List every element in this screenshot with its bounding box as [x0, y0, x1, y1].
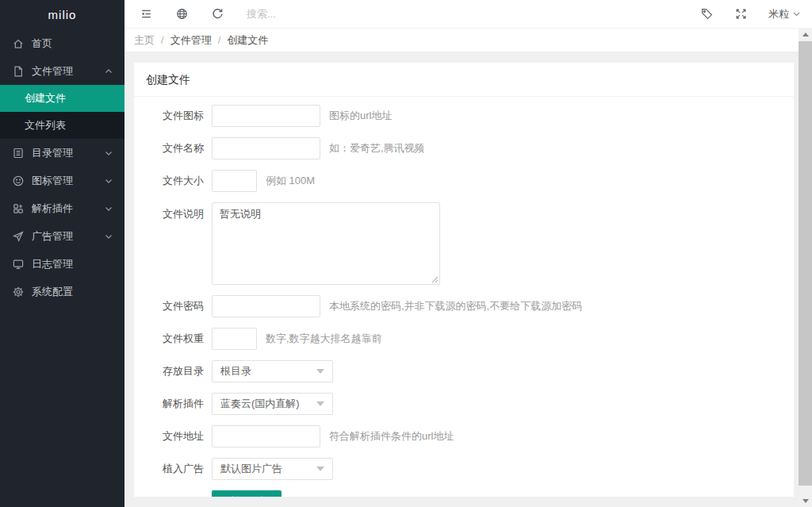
- file-icon-input[interactable]: [212, 105, 320, 127]
- breadcrumb: 主页 / 文件管理 / 创建文件: [124, 29, 799, 52]
- scrollbar-thumb[interactable]: [799, 41, 812, 486]
- directory-select[interactable]: 根目录: [212, 360, 333, 382]
- ad-row: 植入广告 默认图片广告: [134, 458, 794, 480]
- file-desc-row: 文件说明 暂无说明: [134, 202, 794, 285]
- directory-row: 存放目录 根目录: [134, 360, 794, 382]
- file-size-label: 文件大小: [134, 174, 204, 188]
- submit-row: 确认保存: [134, 490, 794, 497]
- file-weight-input[interactable]: [212, 328, 257, 350]
- plugin-select[interactable]: 蓝奏云(国内直解): [212, 393, 333, 415]
- file-desc-label: 文件说明: [134, 202, 204, 221]
- topbar-right: 米粒: [680, 7, 801, 21]
- sidebar: milio 首页 文件管理 创建文件 文件列表: [0, 0, 124, 507]
- file-password-input[interactable]: [212, 295, 320, 317]
- plugin-label: 解析插件: [134, 397, 204, 411]
- file-name-hint: 如：爱奇艺,腾讯视频: [329, 141, 425, 156]
- sidebar-item-label: 文件管理: [32, 64, 73, 79]
- scrollbar-up-button[interactable]: [799, 29, 812, 40]
- smiley-icon: [12, 175, 25, 187]
- scrollbar-down-button[interactable]: [799, 495, 812, 507]
- chevron-down-icon: [104, 204, 113, 213]
- sidebar-item-log-management[interactable]: 日志管理: [0, 250, 124, 278]
- sidebar-item-label: 图标管理: [32, 174, 73, 188]
- create-file-card: 创建文件 文件图标 图标的url地址 文件名称 如：爱奇艺,腾讯视频 文件大小 …: [134, 63, 794, 497]
- file-password-label: 文件密码: [134, 299, 204, 313]
- directory-label: 存放目录: [134, 364, 204, 378]
- sidebar-item-file-list[interactable]: 文件列表: [0, 112, 124, 139]
- fullscreen-icon[interactable]: [734, 7, 748, 21]
- plugin-row: 解析插件 蓝奏云(国内直解): [134, 393, 794, 415]
- breadcrumb-separator: /: [161, 34, 164, 46]
- file-url-label: 文件地址: [134, 429, 204, 444]
- ad-label: 植入广告: [134, 462, 204, 476]
- scrollbar-track[interactable]: [799, 29, 812, 507]
- chevron-down-icon: [792, 10, 801, 18]
- sidebar-item-label: 系统配置: [32, 285, 73, 299]
- main-area: 米粒 主页 / 文件管理 / 创建文件 创建文件 文件图标 图标的url地址: [124, 0, 812, 507]
- user-menu[interactable]: 米粒: [768, 7, 801, 21]
- file-icon-label: 文件图标: [134, 109, 204, 123]
- tag-icon[interactable]: [700, 7, 714, 21]
- sidebar-item-directory-management[interactable]: 目录管理: [0, 139, 124, 167]
- plugin-icon: [12, 202, 25, 215]
- sidebar-item-label: 文件列表: [25, 119, 66, 131]
- file-icon: [12, 65, 25, 78]
- sidebar-item-ad-management[interactable]: 广告管理: [0, 222, 124, 250]
- file-desc-textarea[interactable]: 暂无说明: [212, 202, 440, 285]
- list-icon: [12, 147, 25, 159]
- chevron-down-icon: [316, 467, 324, 471]
- sidebar-item-create-file[interactable]: 创建文件: [0, 85, 124, 112]
- file-weight-row: 文件权重 数字,数字越大排名越靠前: [134, 328, 794, 350]
- breadcrumb-file-management[interactable]: 文件管理: [170, 33, 212, 48]
- chevron-down-icon: [316, 401, 324, 406]
- create-file-form: 文件图标 图标的url地址 文件名称 如：爱奇艺,腾讯视频 文件大小 例如 10…: [134, 97, 794, 497]
- content-area: 主页 / 文件管理 / 创建文件 创建文件 文件图标 图标的url地址 文件名称…: [124, 29, 812, 507]
- file-size-hint: 例如 100M: [266, 174, 315, 188]
- username: 米粒: [768, 7, 789, 21]
- topbar: 米粒: [124, 0, 812, 29]
- send-icon: [12, 230, 25, 243]
- app-logo: milio: [0, 0, 124, 29]
- sidebar-item-label: 日志管理: [32, 257, 73, 271]
- file-icon-hint: 图标的url地址: [329, 109, 392, 123]
- sidebar-item-label: 创建文件: [25, 92, 66, 104]
- search-input[interactable]: [247, 8, 366, 20]
- file-password-row: 文件密码 本地系统的密码,并非下载源的密码,不要给下载源加密码: [134, 295, 794, 317]
- ad-select[interactable]: 默认图片广告: [212, 458, 333, 480]
- sidebar-item-system-config[interactable]: 系统配置: [0, 278, 124, 305]
- file-weight-hint: 数字,数字越大排名越靠前: [266, 332, 382, 346]
- sidebar-item-home[interactable]: 首页: [0, 29, 124, 57]
- sidebar-item-label: 首页: [32, 36, 52, 51]
- monitor-icon: [12, 258, 25, 271]
- file-url-input[interactable]: [212, 425, 320, 447]
- sidebar-item-label: 广告管理: [32, 229, 73, 244]
- file-name-label: 文件名称: [134, 141, 204, 156]
- collapse-menu-icon[interactable]: [140, 7, 153, 21]
- sidebar-menu: 首页 文件管理 创建文件 文件列表 目录管理: [0, 29, 124, 305]
- file-icon-row: 文件图标 图标的url地址: [134, 105, 794, 127]
- file-name-row: 文件名称 如：爱奇艺,腾讯视频: [134, 137, 794, 159]
- sidebar-item-file-management[interactable]: 文件管理: [0, 57, 124, 85]
- chevron-down-icon: [104, 176, 113, 186]
- sidebar-item-parse-plugin[interactable]: 解析插件: [0, 194, 124, 222]
- globe-icon[interactable]: [175, 7, 189, 21]
- sidebar-item-label: 目录管理: [32, 146, 73, 160]
- home-icon: [12, 37, 25, 50]
- chevron-down-icon: [104, 148, 113, 158]
- chevron-up-icon: [104, 67, 113, 76]
- sidebar-item-icon-management[interactable]: 图标管理: [0, 167, 124, 194]
- file-name-input[interactable]: [212, 137, 320, 159]
- refresh-icon[interactable]: [211, 7, 224, 21]
- file-url-hint: 符合解析插件条件的url地址: [329, 429, 454, 444]
- card-title: 创建文件: [134, 63, 794, 97]
- gear-icon: [12, 286, 25, 298]
- sidebar-item-label: 解析插件: [32, 202, 73, 216]
- chevron-down-icon: [104, 232, 113, 241]
- breadcrumb-separator: /: [218, 34, 221, 46]
- file-size-input[interactable]: [212, 170, 257, 192]
- file-management-submenu: 创建文件 文件列表: [0, 85, 124, 139]
- save-button[interactable]: 确认保存: [212, 490, 282, 497]
- ad-select-value: 默认图片广告: [220, 462, 282, 476]
- file-url-row: 文件地址 符合解析插件条件的url地址: [134, 425, 794, 447]
- breadcrumb-home[interactable]: 主页: [134, 33, 155, 48]
